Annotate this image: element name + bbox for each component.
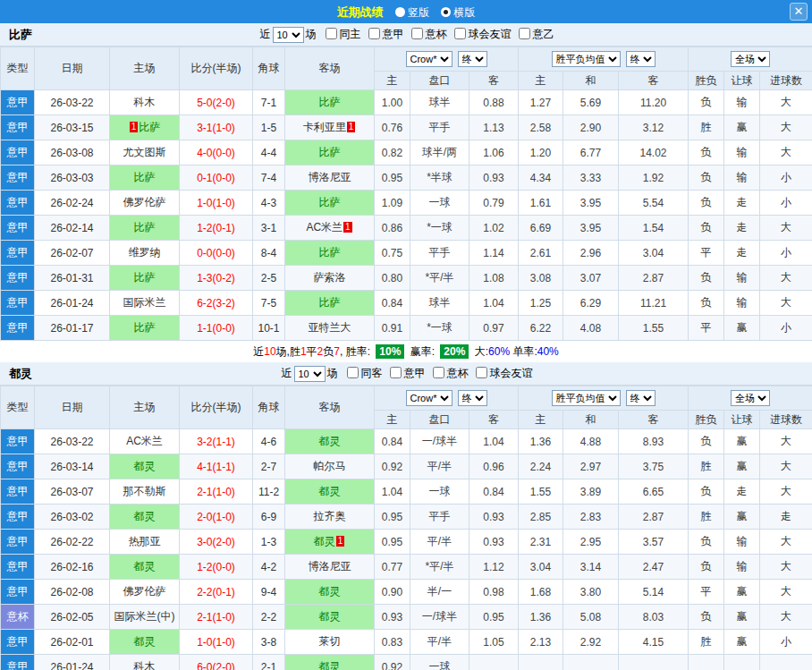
away-team-cell[interactable]: 比萨 (285, 140, 375, 165)
score-cell[interactable]: 2-1(1-0) (180, 605, 253, 630)
score-cell[interactable]: 3-2(1-1) (180, 429, 253, 454)
avg-away-cell: 8.03 (619, 605, 689, 630)
team-text: 热那亚 (129, 535, 161, 547)
away-team-cell[interactable]: 都灵 (285, 580, 375, 605)
away-team-cell[interactable]: 莱切 (285, 630, 375, 655)
score-cell[interactable]: 4-0(0-0) (180, 140, 253, 165)
scope-group-header: 全场 (689, 386, 812, 411)
score-cell[interactable]: 0-1(0-0) (180, 165, 253, 191)
layout-option-horizontal[interactable]: 横版 (441, 1, 475, 24)
home-team-cell[interactable]: 佛罗伦萨 (110, 580, 180, 605)
away-team-cell[interactable]: 卡利亚里1 (285, 115, 375, 140)
home-team-cell[interactable]: 维罗纳 (110, 241, 180, 266)
filter-option-意杯[interactable]: 意杯 (411, 28, 447, 40)
away-team-cell[interactable]: 都灵 (285, 655, 375, 670)
away-team-cell[interactable]: 都灵 (285, 429, 375, 454)
home-team-cell[interactable]: 科木 (110, 90, 180, 115)
score-cell[interactable]: 1-0(1-0) (180, 630, 253, 655)
away-team-cell[interactable]: 比萨 (285, 191, 375, 216)
score-cell[interactable]: 1-1(0-0) (180, 316, 253, 341)
filter-checkbox[interactable] (326, 28, 337, 39)
score-cell[interactable]: 1-2(0-1) (180, 216, 253, 241)
away-team-cell[interactable]: 博洛尼亚 (285, 165, 375, 191)
home-team-cell[interactable]: 比萨 (110, 165, 180, 191)
home-team-cell[interactable]: 比萨 (110, 266, 180, 291)
filter-option-球会友谊[interactable]: 球会友谊 (476, 367, 533, 379)
filter-checkbox[interactable] (390, 367, 402, 378)
away-team-cell[interactable]: 博洛尼亚 (285, 555, 375, 580)
filter-option-意杯[interactable]: 意杯 (433, 367, 469, 379)
away-team-cell[interactable]: 都灵 (285, 479, 375, 505)
score-cell[interactable]: 6-2(3-2) (180, 291, 253, 316)
filter-checkbox[interactable] (411, 28, 423, 39)
avg-select[interactable]: 胜平负均值 (552, 51, 621, 67)
filter-option-意乙[interactable]: 意乙 (519, 28, 554, 40)
home-team-cell[interactable]: 都灵 (110, 454, 180, 479)
team-text: 国际米兰 (123, 296, 166, 309)
avg-stage-select[interactable]: 终 (626, 390, 656, 406)
away-team-cell[interactable]: 萨索洛 (285, 266, 375, 291)
score-cell[interactable]: 6-0(2-0) (180, 655, 253, 670)
filter-option-球会友谊[interactable]: 球会友谊 (454, 28, 512, 40)
away-team-cell[interactable]: 拉齐奥 (285, 505, 375, 530)
filter-option-同客[interactable]: 同客 (347, 367, 383, 379)
score-cell[interactable]: 4-1(1-1) (180, 454, 253, 479)
score-cell[interactable]: 3-0(2-0) (180, 530, 253, 555)
score-cell[interactable]: 5-0(2-0) (180, 90, 253, 115)
score-cell[interactable]: 2-2(0-1) (180, 580, 253, 605)
scope-select[interactable]: 全场 (731, 51, 770, 67)
home-team-cell[interactable]: 1比萨 (110, 115, 180, 140)
league-type-cell: 意甲 (1, 191, 35, 216)
filter-checkbox[interactable] (519, 28, 530, 39)
close-button[interactable]: ✕ (790, 3, 808, 21)
away-team-cell[interactable]: 帕尔马 (285, 454, 375, 479)
away-team-cell[interactable]: 都灵 (285, 605, 375, 630)
home-team-cell[interactable]: 国际米兰 (110, 291, 180, 316)
odds-stage-select[interactable]: 终 (458, 51, 487, 67)
away-team-cell[interactable]: 比萨 (285, 291, 375, 316)
filter-checkbox[interactable] (368, 28, 380, 39)
filter-option-同主[interactable]: 同主 (326, 28, 361, 40)
score-cell[interactable]: 2-1(1-0) (180, 479, 253, 505)
filter-checkbox[interactable] (454, 28, 466, 39)
score-cell[interactable]: 0-0(0-0) (180, 241, 253, 266)
bookmaker-select[interactable]: Crow* (406, 51, 453, 67)
away-team-cell[interactable]: 比萨 (285, 241, 375, 266)
layout-option-vertical[interactable]: 竖版 (395, 1, 429, 24)
odds-stage-select[interactable]: 终 (458, 390, 487, 406)
score-cell[interactable]: 2-0(1-0) (180, 505, 253, 530)
away-team-cell[interactable]: 比萨 (285, 90, 375, 115)
score-cell[interactable]: 3-1(1-0) (180, 115, 253, 140)
home-team-cell[interactable]: 佛罗伦萨 (110, 191, 180, 216)
recent-count-select[interactable]: 10 (273, 27, 304, 43)
home-team-cell[interactable]: 比萨 (110, 216, 180, 241)
score-cell[interactable]: 1-3(0-2) (180, 266, 253, 291)
score-cell[interactable]: 1-2(0-0) (180, 555, 253, 580)
filter-option-意甲[interactable]: 意甲 (368, 28, 404, 40)
filter-option-意甲[interactable]: 意甲 (390, 367, 426, 379)
home-team-cell[interactable]: 都灵 (110, 505, 180, 530)
home-team-cell[interactable]: 比萨 (110, 316, 180, 341)
home-team-cell[interactable]: 科木 (110, 655, 180, 670)
away-team-cell[interactable]: 都灵1 (285, 530, 375, 555)
recent-count-select[interactable]: 10 (294, 366, 326, 382)
avg-stage-select[interactable]: 终 (626, 51, 656, 67)
away-team-cell[interactable]: AC米兰1 (285, 216, 375, 241)
scope-select[interactable]: 全场 (731, 390, 770, 406)
home-team-cell[interactable]: 都灵 (110, 630, 180, 655)
filter-checkbox[interactable] (347, 367, 359, 378)
home-team-cell[interactable]: 国际米兰(中) (110, 605, 180, 630)
avg-select[interactable]: 胜平负均值 (552, 390, 621, 406)
home-team-cell[interactable]: 热那亚 (110, 530, 180, 555)
home-team-cell[interactable]: 都灵 (110, 555, 180, 580)
team-section: 比萨近10场同主意甲意杯球会友谊意乙类型日期主场比分(半场)角球客场Crow*终… (0, 23, 812, 362)
score-cell[interactable]: 1-0(1-0) (180, 191, 253, 216)
home-team-cell[interactable]: AC米兰 (110, 429, 180, 454)
away-odds-cell: 1.02 (469, 216, 519, 241)
bookmaker-select[interactable]: Crow* (406, 390, 453, 406)
home-team-cell[interactable]: 那不勒斯 (110, 479, 180, 505)
filter-checkbox[interactable] (476, 367, 487, 378)
filter-checkbox[interactable] (433, 367, 444, 378)
away-team-cell[interactable]: 亚特兰大 (285, 316, 375, 341)
home-team-cell[interactable]: 尤文图斯 (110, 140, 180, 165)
